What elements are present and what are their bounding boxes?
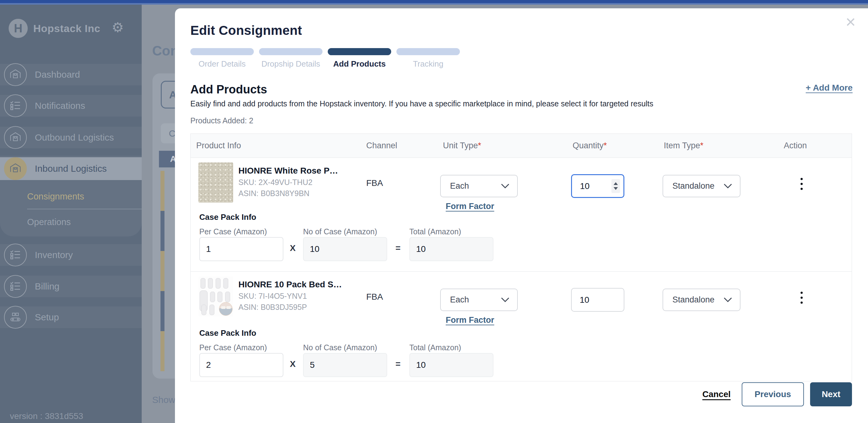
case-pack-heading: Case Pack Info xyxy=(199,213,256,222)
sidebar-item-label: Setup xyxy=(35,312,59,322)
equals-operator: = xyxy=(396,359,400,369)
inbound-logistics-group: Inbound Logistics Consignments Operation… xyxy=(0,156,142,236)
total-input xyxy=(409,353,493,377)
no-of-case-input xyxy=(303,237,387,261)
unit-type-cell: Each Form Factor xyxy=(428,158,566,212)
step-label: Tracking xyxy=(396,59,460,69)
quantity-stepper[interactable] xyxy=(612,179,620,193)
case-pack-heading: Case Pack Info xyxy=(199,328,256,338)
sidebar-item-inbound-logistics[interactable]: Inbound Logistics xyxy=(0,157,142,180)
conveyor-icon xyxy=(4,306,27,329)
next-button[interactable]: Next xyxy=(810,382,852,406)
spinner-up-icon[interactable] xyxy=(614,182,618,185)
sidebar-header: H Hopstack Inc ⚙ xyxy=(0,14,142,43)
channel-value: FBA xyxy=(357,158,428,212)
step-pill xyxy=(328,48,391,55)
spinner-down-icon[interactable] xyxy=(614,187,618,190)
hopstack-logo: H xyxy=(9,19,28,38)
top-accent-bar xyxy=(0,0,868,3)
total-input xyxy=(409,237,493,261)
chevron-down-icon xyxy=(724,184,732,189)
sidebar-item-billing[interactable]: Billing xyxy=(0,276,142,297)
previous-button[interactable]: Previous xyxy=(742,382,804,406)
item-type-select[interactable]: Standalone xyxy=(662,175,741,197)
per-case-label: Per Case (Amazon) xyxy=(199,227,267,236)
step-pill xyxy=(190,48,254,55)
total-label: Total (Amazon) xyxy=(409,343,461,352)
sidebar-item-consignments[interactable]: Consignments xyxy=(0,187,142,206)
sidebar-item-outbound-logistics[interactable]: Outbound Logistics xyxy=(0,127,142,148)
sidebar-item-inventory[interactable]: Inventory xyxy=(0,244,142,266)
warehouse-icon xyxy=(4,126,27,149)
warehouse-icon xyxy=(4,63,27,86)
column-header-item-type: Item Type* xyxy=(650,141,751,150)
product-asin: ASIN: B0B3N8Y9BN xyxy=(239,189,338,198)
gear-icon[interactable]: ⚙ xyxy=(112,21,124,34)
action-cell xyxy=(751,158,852,212)
product-info-cell: HIONRE White Rose P… SKU: 2X-49VU-THU2 A… xyxy=(191,158,357,212)
step-label: Add Products xyxy=(328,59,391,69)
column-header-unit-type: Unit Type* xyxy=(428,141,566,150)
checklist-icon xyxy=(4,94,27,117)
quantity-cell xyxy=(566,158,650,212)
section-description: Easily find and add products from the Ho… xyxy=(190,99,852,108)
multiply-operator: X xyxy=(290,243,296,253)
sidebar-item-label: Billing xyxy=(35,281,59,292)
item-type-cell: Standalone xyxy=(650,158,751,212)
step-tracking[interactable]: Tracking xyxy=(396,48,460,69)
case-pack-section: Case Pack Info Per Case (Amazon) No of C… xyxy=(191,328,852,381)
warehouse-icon xyxy=(4,157,27,180)
cancel-button[interactable]: Cancel xyxy=(702,389,731,399)
no-of-case-label: No of Case (Amazon) xyxy=(303,343,377,352)
section-heading: Add Products xyxy=(190,83,852,96)
quantity-cell xyxy=(566,272,650,328)
no-of-case-label: No of Case (Amazon) xyxy=(303,227,377,236)
step-dropship-details[interactable]: Dropship Details xyxy=(259,48,322,69)
per-case-input[interactable] xyxy=(199,353,283,377)
kebab-menu-icon[interactable] xyxy=(795,178,808,190)
step-add-products[interactable]: Add Products xyxy=(328,48,391,69)
form-factor-link[interactable]: Form Factor xyxy=(446,315,494,325)
checklist-icon xyxy=(4,275,27,298)
stepper: Order Details Dropship Details Add Produ… xyxy=(190,48,852,69)
step-order-details[interactable]: Order Details xyxy=(190,48,254,69)
quantity-input[interactable] xyxy=(571,288,624,312)
equals-operator: = xyxy=(396,243,400,253)
unit-type-cell: Each Form Factor xyxy=(428,272,566,328)
modal-title: Edit Consignment xyxy=(190,23,852,38)
checklist-icon xyxy=(4,244,27,266)
edit-consignment-modal: × Edit Consignment Order Details Dropshi… xyxy=(175,8,868,423)
action-cell xyxy=(751,272,852,328)
product-sku: SKU: 7I-I4O5-YNV1 xyxy=(239,292,342,301)
sidebar-item-label: Operations xyxy=(27,217,71,227)
version-label: version : 3831d553 xyxy=(10,411,83,421)
sidebar-item-dashboard[interactable]: Dashboard xyxy=(0,64,142,85)
item-type-cell: Standalone xyxy=(650,272,751,328)
background-pagination-text: Show xyxy=(152,395,175,405)
step-pill xyxy=(259,48,322,55)
unit-type-select[interactable]: Each xyxy=(440,288,518,311)
sidebar-item-operations[interactable]: Operations xyxy=(0,213,142,231)
unit-type-select[interactable]: Each xyxy=(440,175,518,197)
step-label: Dropship Details xyxy=(259,59,322,69)
product-image xyxy=(198,276,233,316)
per-case-input[interactable] xyxy=(199,237,283,261)
sidebar-item-label: Outbound Logistics xyxy=(35,132,114,143)
per-case-label: Per Case (Amazon) xyxy=(199,343,267,352)
product-info-cell: HIONRE 10 Pack Bed S… SKU: 7I-I4O5-YNV1 … xyxy=(191,272,357,328)
products-added-count: Products Added: 2 xyxy=(190,116,852,125)
divider xyxy=(27,209,142,209)
form-factor-link[interactable]: Form Factor xyxy=(446,202,494,211)
background-page-title: Con xyxy=(152,43,179,59)
add-more-link[interactable]: + Add More xyxy=(806,83,852,93)
close-icon[interactable]: × xyxy=(845,13,856,30)
sidebar-item-label: Inbound Logistics xyxy=(35,163,107,174)
kebab-menu-icon[interactable] xyxy=(795,292,808,304)
sidebar-item-setup[interactable]: Setup xyxy=(0,307,142,328)
column-header-quantity: Quantity* xyxy=(566,141,650,150)
bed-photo-inset xyxy=(219,302,232,316)
products-table: Product Info Channel Unit Type* Quantity… xyxy=(190,134,852,382)
sidebar-item-notifications[interactable]: Notifications xyxy=(0,95,142,116)
no-of-case-input xyxy=(303,353,387,377)
item-type-select[interactable]: Standalone xyxy=(662,288,741,311)
